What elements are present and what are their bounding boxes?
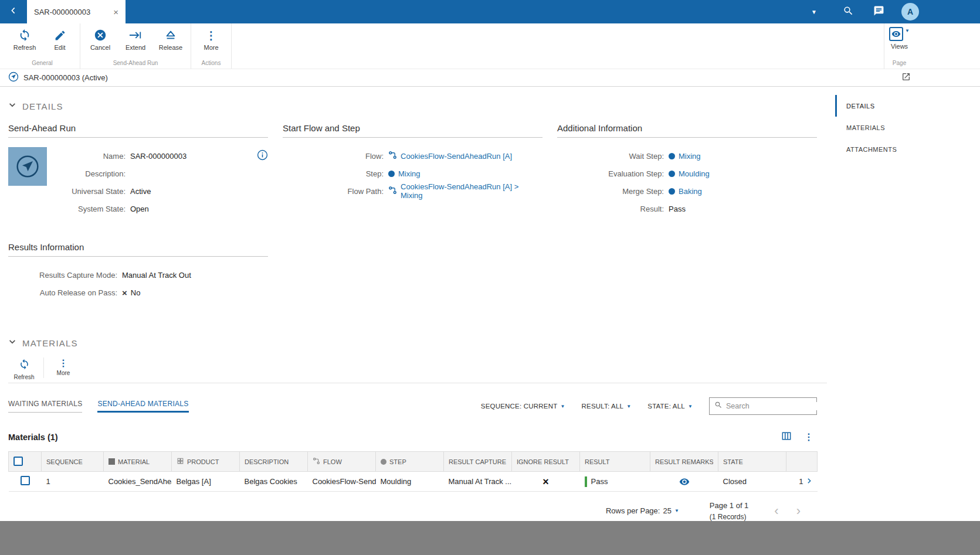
flow-path-label: Flow Path: — [283, 187, 384, 196]
cell-material-link[interactable]: Cookies_SendAhea — [104, 472, 172, 492]
page-info: Page 1 of 1 (1 Records) — [710, 500, 749, 522]
description-label: Description: — [50, 169, 126, 178]
cell-flow-link[interactable]: CookiesFlow-SendA — [308, 472, 376, 492]
col-step[interactable]: STEP — [376, 452, 444, 472]
row-checkbox[interactable] — [21, 476, 30, 485]
back-button[interactable] — [0, 0, 27, 23]
tab-send-ahead-materials[interactable]: SEND-AHEAD MATERIALS — [97, 400, 188, 413]
universal-state-label: Universal State: — [50, 187, 126, 196]
tab-waiting-materials[interactable]: WAITING MATERIALS — [8, 400, 82, 413]
table-more-button[interactable]: ⋮ — [804, 433, 813, 442]
col-flow[interactable]: FLOW — [308, 452, 376, 472]
name-value: SAR-000000003 — [130, 152, 186, 161]
wait-step-link[interactable]: Mixing — [669, 152, 701, 161]
results-capture-mode-value: Manual At Track Out — [122, 271, 191, 280]
views-button[interactable]: ▼ Views — [889, 27, 910, 50]
sequence-filter[interactable]: SEQUENCE: CURRENT ▼ — [481, 403, 565, 410]
caret-down-icon: ▼ — [626, 404, 631, 409]
materials-refresh-button[interactable]: Refresh — [8, 355, 40, 380]
col-product[interactable]: PRODUCT — [172, 452, 240, 472]
caret-down-icon: ▼ — [560, 404, 565, 409]
result-filter[interactable]: RESULT: ALL ▼ — [582, 403, 632, 410]
sidebar-item-details[interactable]: DETAILS — [835, 95, 929, 117]
caret-down-icon: ▼ — [674, 508, 679, 513]
materials-toolbar: Refresh ⋮ More — [8, 355, 827, 383]
result-label: Result: — [557, 205, 664, 213]
sidebar-item-attachments[interactable]: ATTACHMENTS — [835, 138, 929, 160]
cell-product-link[interactable]: Belgas [A] — [172, 472, 240, 492]
flow-link[interactable]: CookiesFlow-SendAheadRun [A] — [388, 151, 512, 161]
start-flow-step-panel: Start Flow and Step Flow: CookiesFlow-Se… — [283, 123, 542, 301]
toolbar-group-send-ahead-run: Cancel Extend Release Send-Ahead Run — [80, 23, 191, 69]
flow-path-link[interactable]: CookiesFlow-SendAheadRun [A] > Mixing — [388, 182, 542, 200]
table-header-row: SEQUENCE MATERIAL PRODUCT DESCRIPTION FL… — [9, 452, 818, 472]
col-result-capture-mode[interactable]: RESULT CAPTURE MODE — [444, 452, 512, 472]
state-filter[interactable]: STATE: ALL ▼ — [647, 403, 693, 410]
release-button[interactable]: Release — [153, 27, 188, 51]
toolbar-group-general: Refresh Edit General — [5, 23, 80, 69]
eye-icon — [679, 476, 690, 485]
topbar-caret-icon[interactable]: ▼ — [811, 9, 817, 15]
column-settings-button[interactable] — [781, 430, 792, 444]
material-row[interactable]: 1 Cookies_SendAhea Belgas [A] Belgas Coo… — [9, 472, 818, 492]
columns-icon — [781, 430, 792, 444]
cell-description: Belgas Cookies — [240, 472, 308, 492]
open-panel-button[interactable] — [901, 72, 911, 84]
materials-more-button[interactable]: ⋮ More — [48, 355, 79, 380]
materials-section-header[interactable]: MATERIALS — [8, 338, 828, 348]
product-icon — [177, 457, 184, 466]
select-all-checkbox[interactable] — [13, 457, 23, 466]
cell-step-link[interactable]: Moulding — [376, 472, 444, 492]
step-dot-icon — [388, 171, 395, 177]
col-result-remarks[interactable]: RESULT REMARKS — [650, 452, 718, 472]
cancel-button[interactable]: Cancel — [83, 27, 118, 51]
sidebar-item-materials[interactable]: MATERIALS — [835, 117, 929, 138]
col-description[interactable]: DESCRIPTION — [240, 452, 308, 472]
application-window: SAR-000000003 × ▼ A — [0, 0, 980, 555]
open-tab[interactable]: SAR-000000003 × — [27, 0, 126, 23]
cell-sequence: 1 — [42, 472, 104, 492]
col-result[interactable]: RESULT — [580, 452, 650, 472]
more-button[interactable]: ⋮ More — [194, 27, 229, 51]
search-input[interactable] — [726, 402, 820, 410]
edit-button[interactable]: Edit — [42, 27, 77, 51]
tab-close-icon[interactable]: × — [113, 8, 118, 16]
materials-filters: SEQUENCE: CURRENT ▼ RESULT: ALL ▼ STATE:… — [481, 397, 817, 415]
materials-section: MATERIALS Refresh ⋮ More WAITING MATERIA… — [8, 338, 828, 522]
previous-page-button[interactable]: ‹ — [774, 505, 778, 517]
additional-information-title: Additional Information — [557, 123, 817, 138]
rows-per-page-selector[interactable]: Rows per Page:25 ▼ — [606, 506, 679, 515]
toolbar-group-page: ▼ Views Page — [884, 23, 914, 69]
info-button[interactable] — [257, 149, 268, 163]
col-sequence[interactable]: SEQUENCE — [42, 452, 104, 472]
action-toolbar: Refresh Edit General Cancel — [0, 23, 980, 69]
chevron-down-icon — [8, 101, 16, 111]
description-field-row: Description: — [50, 165, 268, 182]
toolbar-group-label-send-ahead-run: Send-Ahead Run — [83, 58, 188, 67]
next-page-button[interactable]: › — [796, 505, 801, 517]
details-section-header[interactable]: DETAILS — [8, 101, 828, 111]
global-search-button[interactable] — [840, 4, 856, 19]
materials-table-header: Materials (1) ⋮ — [8, 430, 817, 444]
main-content: DETAILS Send-Ahead Run Name: SAR-0000000… — [0, 87, 828, 522]
caret-down-icon: ▼ — [688, 404, 693, 409]
user-avatar[interactable]: A — [901, 3, 919, 21]
merge-step-link[interactable]: Baking — [669, 187, 702, 196]
evaluation-step-link[interactable]: Moulding — [669, 169, 710, 178]
row-expand-button[interactable]: 1 — [786, 472, 818, 492]
refresh-button[interactable]: Refresh — [7, 27, 42, 51]
name-label: Name: — [50, 152, 126, 161]
materials-refresh-label: Refresh — [13, 374, 34, 380]
release-label: Release — [159, 44, 182, 51]
col-material[interactable]: MATERIAL — [104, 452, 172, 472]
views-caret-icon: ▼ — [905, 28, 910, 33]
messages-button[interactable] — [871, 4, 886, 19]
col-ignore-result[interactable]: IGNORE RESULT — [512, 452, 580, 472]
cell-state: Closed — [718, 472, 786, 492]
step-link[interactable]: Mixing — [388, 169, 421, 178]
send-ahead-run-panel-title: Send-Ahead Run — [8, 123, 268, 138]
col-state[interactable]: STATE — [718, 452, 786, 472]
extend-button[interactable]: Extend — [118, 27, 153, 51]
cell-result-remarks[interactable] — [650, 472, 718, 492]
page-label: Page 1 of 1 — [710, 500, 749, 512]
